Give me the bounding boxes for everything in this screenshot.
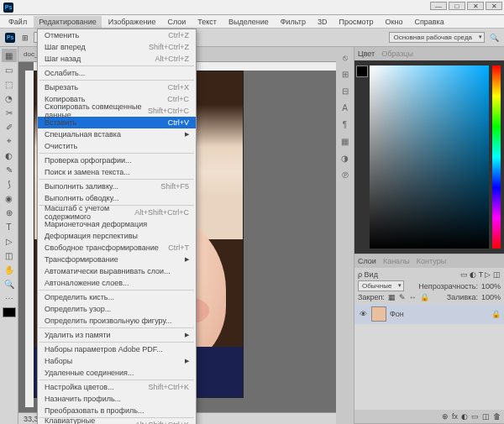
menu-item-скопировать-совмещенные-: Скопировать совмещенные данныеShift+Ctrl… — [38, 105, 196, 117]
gradient-tool[interactable]: ⊕ — [2, 206, 17, 219]
menu-item-определить-узор-[interactable]: Определить узор... — [38, 303, 196, 315]
menu-item-деформация-перспективы[interactable]: Деформация перспективы — [38, 230, 196, 242]
menu-item-шаг-вперед[interactable]: Шаг впередShift+Ctrl+Z — [38, 41, 196, 53]
menu-item-ослабить-: Ослабить... — [38, 67, 196, 79]
menu-item-отменить[interactable]: ОтменитьCtrl+Z — [38, 29, 196, 41]
menu-bar: Файл Редактирование Изображение Слои Тек… — [0, 15, 504, 29]
delete-layer-icon[interactable]: 🗑 — [493, 412, 501, 421]
menu-item-назначить-профиль-[interactable]: Назначить профиль... — [38, 393, 196, 405]
menu-item-выполнить-обводку-: Выполнить обводку... — [38, 192, 196, 204]
layers-panel: Слои Каналы Контуры ρ Вид ▭ ◐ T ▷ ◫ Обыч… — [354, 254, 504, 424]
new-layer-icon[interactable]: ◫ — [482, 412, 490, 421]
lasso-tool[interactable]: ⬚ — [2, 77, 17, 91]
tab-swatches[interactable]: Образцы — [381, 50, 413, 58]
opacity-value[interactable]: 100% — [481, 282, 501, 291]
tab-paths[interactable]: Контуры — [417, 257, 446, 265]
crop-tool[interactable]: ✂ — [2, 106, 17, 119]
healing-tool[interactable]: ⌖ — [2, 134, 17, 148]
paragraph-panel-icon[interactable]: ¶ — [339, 118, 352, 131]
panel-icon-8[interactable]: ℗ — [339, 168, 352, 181]
adjustment-icon[interactable]: ▭ — [471, 412, 479, 421]
hue-strip[interactable] — [492, 65, 501, 249]
eyedropper-tool[interactable]: ✐ — [2, 120, 17, 133]
lock-icon-1[interactable]: ▦ — [388, 293, 396, 301]
tab-color[interactable]: Цвет — [358, 50, 375, 58]
menu-item-клавиатурные-сокращения-[interactable]: Клавиатурные сокращения...Alt+Shift+Ctrl… — [38, 419, 196, 424]
foreground-color[interactable] — [3, 307, 16, 317]
menu-filter[interactable]: Фильтр — [276, 16, 311, 28]
menu-item-специальная-вставка[interactable]: Специальная вставка▶ — [38, 128, 196, 140]
lock-icon-4[interactable]: 🔒 — [420, 293, 429, 301]
panel-icon-6[interactable]: ▦ — [339, 134, 352, 148]
link-layers-icon[interactable]: ⊕ — [442, 412, 449, 421]
ruler-vertical — [25, 71, 34, 407]
menu-image[interactable]: Изображение — [103, 16, 161, 28]
menu-window[interactable]: Окно — [381, 16, 408, 28]
brush-tool[interactable]: ◐ — [2, 149, 17, 162]
eraser-tool[interactable]: ◉ — [2, 191, 17, 205]
menu-item-автоматически-выравниват: Автоматически выравнивать слои... — [38, 265, 196, 277]
menu-item-шаг-назад[interactable]: Шаг назадAlt+Ctrl+Z — [38, 53, 196, 65]
clone-tool[interactable]: ✎ — [2, 163, 17, 176]
color-field[interactable] — [370, 65, 489, 249]
layer-name[interactable]: Фон — [390, 310, 404, 318]
menu-item-выполнить-заливку-[interactable]: Выполнить заливку...Shift+F5 — [38, 181, 196, 192]
quick-select-tool[interactable]: ◔ — [2, 92, 17, 105]
type-tool[interactable]: T — [2, 220, 17, 233]
menu-layers[interactable]: Слои — [162, 16, 191, 28]
menu-item-наборы-параметров-adobe-[interactable]: Наборы параметров Adobe PDF... — [38, 343, 196, 355]
minimize-button[interactable]: — — [430, 2, 447, 10]
visibility-icon[interactable]: 👁 — [358, 310, 368, 318]
menu-item-настройка-цветов-[interactable]: Настройка цветов...Shift+Ctrl+K — [38, 381, 196, 393]
move-tool[interactable]: ▦ — [2, 49, 17, 62]
hand-tool[interactable]: ✋ — [2, 263, 17, 276]
menu-item-наборы[interactable]: Наборы▶ — [38, 355, 196, 367]
marquee-tool[interactable]: ▭ — [2, 63, 17, 76]
menu-file[interactable]: Файл — [3, 16, 32, 28]
menu-item-автоналожение-слоев-: Автоналожение слоев... — [38, 277, 196, 289]
shape-tool[interactable]: ◫ — [2, 249, 17, 262]
fx-icon[interactable]: fx — [452, 412, 458, 421]
layer-filter[interactable]: ρ Вид — [358, 270, 378, 279]
menu-item-определить-кисть-: Определить кисть... — [38, 291, 196, 303]
collapsed-panel-strip: ⎋ ⊞ ⊟ A ¶ ▦ ◑ ℗ — [336, 47, 354, 424]
fill-value[interactable]: 100% — [481, 293, 501, 301]
mask-icon[interactable]: ◐ — [461, 412, 468, 421]
lock-icon: 🔒 — [491, 310, 501, 318]
zoom-tool[interactable]: 🔍 — [2, 277, 17, 291]
menu-view[interactable]: Просмотр — [333, 16, 378, 28]
search-icon[interactable]: 🔍 — [490, 34, 499, 42]
panel-icon-7[interactable]: ◑ — [339, 151, 352, 165]
pen-tool[interactable]: ▷ — [2, 234, 17, 248]
maximize-button[interactable]: □ — [449, 2, 465, 10]
layer-thumbnail[interactable] — [371, 306, 386, 322]
tab-channels[interactable]: Каналы — [383, 257, 410, 265]
inner-close-button[interactable]: ✕ — [467, 2, 484, 10]
character-panel-icon[interactable]: A — [339, 101, 352, 114]
menu-item-преобразовать-в-профиль-[interactable]: Преобразовать в профиль... — [38, 405, 196, 416]
close-button[interactable]: ✕ — [486, 2, 502, 10]
lock-icon-2[interactable]: ✎ — [399, 293, 406, 301]
menu-item-удаленные-соединения-[interactable]: Удаленные соединения... — [38, 367, 196, 379]
menu-item-удалить-из-памяти[interactable]: Удалить из памяти▶ — [38, 329, 196, 341]
color-fg-bg[interactable] — [356, 65, 368, 77]
history-panel-icon[interactable]: ⎋ — [339, 50, 352, 64]
menu-help[interactable]: Справка — [409, 16, 449, 28]
menu-3d[interactable]: 3D — [312, 16, 333, 28]
menu-select[interactable]: Выделение — [223, 16, 274, 28]
panel-icon-2[interactable]: ⊞ — [339, 67, 352, 81]
more-tools[interactable]: ⋯ — [2, 291, 17, 305]
menu-item-вырезать[interactable]: ВырезатьCtrl+X — [38, 81, 196, 93]
blend-select[interactable]: Обычные — [358, 280, 404, 291]
history-brush-tool[interactable]: ⟆ — [2, 177, 17, 191]
menu-item-масштаб-с-учетом-содержи: Масштаб с учетом содержимогоAlt+Shift+Ct… — [38, 207, 196, 218]
menu-edit[interactable]: Редактирование — [34, 16, 102, 28]
workspace-select[interactable]: Основная рабочая среда — [389, 32, 485, 43]
menu-text[interactable]: Текст — [192, 16, 222, 28]
panel-icon-3[interactable]: ⊟ — [339, 84, 352, 97]
filter-icons[interactable]: ▭ ◐ T ▷ ◫ — [460, 270, 501, 279]
tool-preset-icon[interactable]: Ps — [5, 33, 15, 43]
tab-layers[interactable]: Слои — [358, 257, 376, 265]
lock-icon-3[interactable]: ↔ — [409, 293, 417, 301]
layer-row[interactable]: 👁 Фон 🔒 — [354, 304, 504, 324]
